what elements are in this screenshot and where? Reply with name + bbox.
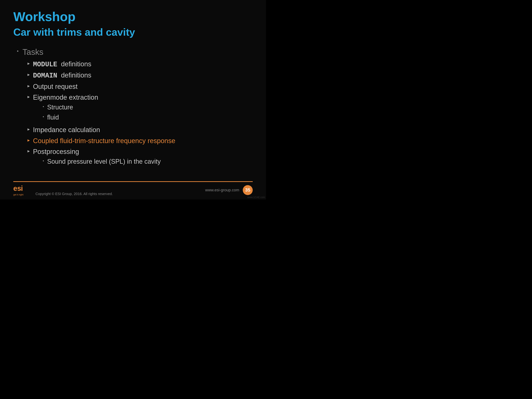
domain-item: DOMAIN definitions — [33, 71, 91, 80]
list-item: ▸ Impedance calculation — [27, 126, 253, 134]
postprocessing-item: Postprocessing — [33, 148, 79, 155]
tasks-label: Tasks — [23, 47, 44, 57]
footer-logo: e s i get it right — [13, 184, 26, 196]
fluid-item: fluid — [47, 113, 59, 122]
list-item: ▸ Eigenmode extraction • Structure • flu… — [27, 93, 253, 123]
spl-item: Sound pressure level (SPL) in the cavity — [47, 158, 161, 166]
arrow-bullet: ▸ — [27, 61, 30, 66]
esi-logo-icon: e s i — [13, 184, 26, 193]
copyright-text: Copyright © ESI Group, 2016. All rights … — [35, 192, 113, 196]
title-subtitle: Car with trims and cavity — [13, 26, 253, 38]
tasks-item: • Tasks — [17, 47, 253, 57]
postprocessing-children: • Sound pressure level (SPL) in the cavi… — [33, 158, 161, 166]
keyword-domain: DOMAIN — [33, 72, 57, 79]
slide: Workshop Car with trims and cavity • Tas… — [0, 0, 266, 200]
dot-bullet: • — [43, 159, 44, 163]
structure-item: Structure — [47, 103, 73, 112]
impedance-item: Impedance calculation — [33, 126, 100, 134]
arrow-bullet: ▸ — [27, 94, 30, 100]
eigenmode-item: Eigenmode extraction — [33, 94, 98, 101]
arrow-bullet: ▸ — [27, 72, 30, 77]
list-item: ▸ Output request — [27, 82, 253, 91]
list-item: ▸ DOMAIN definitions — [27, 71, 253, 80]
module-item: MODULE definitions — [33, 60, 91, 69]
footer-url: www.esi-group.com — [205, 188, 239, 192]
footer-right: www.esi-group.com 35 — [205, 185, 253, 195]
arrow-bullet: ▸ — [27, 127, 30, 132]
list-item: ▸ MODULE definitions — [27, 60, 253, 69]
footer-content: e s i get it right Copyright © ESI Group… — [13, 184, 253, 200]
content-area: • Tasks ▸ MODULE definitions ▸ DOMAIN de… — [13, 47, 253, 168]
sub-items: ▸ MODULE definitions ▸ DOMAIN definition… — [17, 60, 253, 168]
title-workshop: Workshop — [13, 10, 253, 24]
keyword-module: MODULE — [33, 61, 57, 68]
list-item: • Structure — [43, 103, 98, 112]
get-it-right-label: get it right — [13, 193, 23, 196]
dot-bullet: • — [43, 115, 44, 119]
arrow-bullet: ▸ — [27, 148, 30, 154]
bullet-circle: • — [17, 48, 19, 54]
svg-text:i: i — [21, 184, 23, 192]
footer-line — [13, 181, 253, 182]
list-item: ▸ Coupled fluid-trim-structure frequency… — [27, 137, 253, 145]
arrow-bullet: ▸ — [27, 137, 30, 143]
arrow-bullet: ▸ — [27, 83, 30, 89]
svg-text:s: s — [17, 184, 21, 192]
dot-bullet: • — [43, 105, 44, 109]
list-item: • fluid — [43, 113, 98, 122]
eigenmode-children: • Structure • fluid — [33, 103, 98, 122]
page-number-badge: 35 — [243, 185, 253, 195]
coupled-item: Coupled fluid-trim-structure frequency r… — [33, 137, 175, 145]
svg-text:e: e — [13, 184, 17, 192]
eigenmode-group: Eigenmode extraction • Structure • fluid — [33, 93, 98, 123]
postprocessing-group: Postprocessing • Sound pressure level (S… — [33, 147, 161, 167]
list-item: ▸ Postprocessing • Sound pressure level … — [27, 147, 253, 167]
list-item: • Sound pressure level (SPL) in the cavi… — [43, 158, 161, 166]
footer: e s i get it right Copyright © ESI Group… — [0, 181, 266, 200]
output-request-item: Output request — [33, 82, 77, 91]
watermark: www.1CAE.com — [247, 196, 265, 199]
page-number: 35 — [245, 187, 250, 193]
